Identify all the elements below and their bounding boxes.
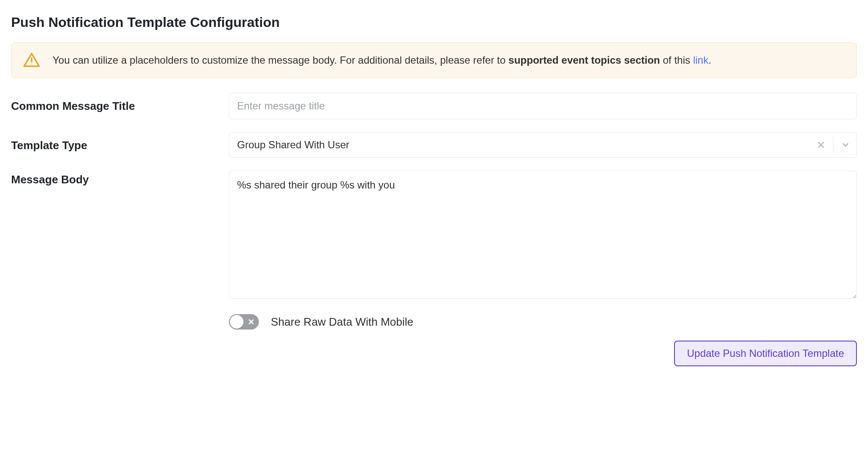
field-col: Group Shared With User — [229, 132, 857, 158]
message-title-label: Common Message Title — [11, 100, 135, 112]
field-col — [229, 93, 857, 119]
message-body-label: Message Body — [11, 171, 89, 186]
alert-text: You can utilize a placeholders to custom… — [53, 53, 845, 68]
actions-bar: Update Push Notification Template — [11, 341, 857, 366]
chevron-down-icon[interactable] — [836, 135, 855, 154]
share-raw-toggle[interactable] — [229, 314, 259, 330]
row-message-title: Common Message Title — [11, 93, 857, 119]
alert-link[interactable]: link — [693, 54, 708, 66]
field-col — [229, 171, 857, 301]
info-alert: You can utilize a placeholders to custom… — [11, 42, 857, 78]
field-col: Share Raw Data With Mobile — [229, 314, 857, 330]
template-type-label: Template Type — [11, 139, 87, 152]
row-message-body: Message Body — [11, 171, 857, 301]
clear-icon[interactable] — [812, 135, 830, 154]
share-toggle-row: Share Raw Data With Mobile — [229, 314, 857, 330]
template-type-select[interactable]: Group Shared With User — [229, 132, 857, 158]
select-divider — [833, 137, 833, 153]
close-icon — [248, 318, 255, 325]
update-template-button[interactable]: Update Push Notification Template — [674, 341, 857, 366]
message-title-input[interactable] — [229, 93, 857, 119]
label-col: Common Message Title — [11, 93, 229, 113]
row-template-type: Template Type Group Shared With User — [11, 132, 857, 158]
alert-text-bold: supported event topics section — [508, 54, 660, 66]
share-toggle-label: Share Raw Data With Mobile — [271, 315, 413, 329]
label-col: Message Body — [11, 171, 229, 186]
label-col-empty — [11, 314, 229, 321]
label-col: Template Type — [11, 132, 229, 152]
alert-text-prefix: You can utilize a placeholders to custom… — [53, 54, 508, 66]
message-body-textarea[interactable] — [229, 171, 857, 299]
template-type-value: Group Shared With User — [237, 135, 812, 155]
warning-icon — [23, 51, 41, 69]
row-share-toggle: Share Raw Data With Mobile — [11, 314, 857, 330]
page-title: Push Notification Template Configuration — [11, 15, 857, 30]
toggle-knob — [230, 315, 243, 329]
alert-text-mid: of this — [660, 54, 693, 66]
alert-text-suffix: . — [708, 54, 711, 66]
svg-point-1 — [31, 64, 32, 65]
page-root: Push Notification Template Configuration… — [0, 0, 868, 383]
